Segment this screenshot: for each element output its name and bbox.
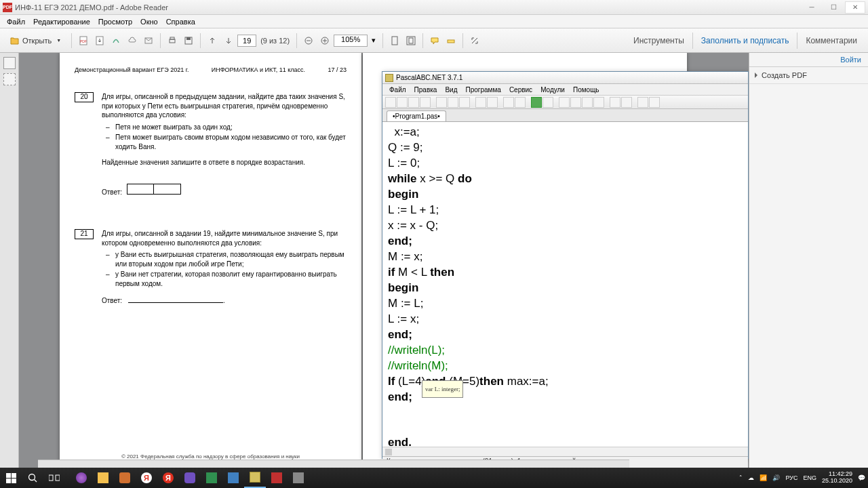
ide-tb-d[interactable] <box>593 97 604 108</box>
page-number-input[interactable] <box>237 35 256 47</box>
create-pdf-icon[interactable]: PDF <box>76 33 91 48</box>
tray-network-icon[interactable]: 📶 <box>760 474 767 481</box>
tray-cloud-icon[interactable]: ☁ <box>748 474 754 481</box>
task21-bullet1: у Вани есть выигрышная стратегия, позвол… <box>115 250 347 268</box>
search-button[interactable] <box>22 468 43 488</box>
ide-save-icon[interactable] <box>408 97 419 108</box>
taskbar-pascal[interactable] <box>244 468 266 488</box>
ide-tb-g[interactable] <box>637 97 648 108</box>
ide-menu-program[interactable]: Программа <box>461 85 505 94</box>
tray-chevron-up-icon[interactable]: ˄ <box>739 474 743 481</box>
tray-notifications-icon[interactable]: 💬 <box>858 474 865 481</box>
tray-lang2[interactable]: ENG <box>803 474 816 481</box>
tray-volume-icon[interactable]: 🔊 <box>772 474 780 481</box>
ide-paste-icon[interactable] <box>459 97 470 108</box>
ide-code-editor[interactable]: x:=a; Q := 9; L := 0; while x >= Q do be… <box>382 122 748 447</box>
zoom-out-button[interactable] <box>301 33 316 48</box>
ide-menu-edit[interactable]: Правка <box>410 85 441 94</box>
taskbar-viber[interactable] <box>179 468 201 488</box>
minimize-button[interactable]: ─ <box>802 1 822 14</box>
taskview-button[interactable] <box>43 468 65 488</box>
taskbar-app-3[interactable] <box>114 468 136 488</box>
ide-saveall-icon[interactable] <box>420 97 431 108</box>
signin-link[interactable]: Войти <box>749 53 868 67</box>
comments-button[interactable]: Комментарии <box>799 33 864 48</box>
ide-menu-view[interactable]: Вид <box>441 85 461 94</box>
answer-box-2 <box>154 184 181 195</box>
task20-text: Для игры, описанной в предыдущем задании… <box>102 92 347 120</box>
ide-titlebar[interactable]: PascalABC.NET 3.7.1 <box>382 72 748 84</box>
ide-menu-service[interactable]: Сервис <box>505 85 536 94</box>
ide-tb-h[interactable] <box>649 97 660 108</box>
copyright-left: © 2021 Федеральная служба по надзору в с… <box>60 453 361 460</box>
cloud-icon[interactable] <box>125 33 140 48</box>
export-icon[interactable] <box>92 33 107 48</box>
ide-cut-icon[interactable] <box>436 97 447 108</box>
email-icon[interactable] <box>141 33 156 48</box>
taskbar-app-11[interactable] <box>288 468 309 488</box>
create-pdf-row[interactable]: Создать PDF <box>749 67 868 84</box>
ide-redo-icon[interactable] <box>487 97 498 108</box>
fit-page-icon[interactable] <box>403 33 418 48</box>
taskbar-explorer[interactable] <box>92 468 114 488</box>
open-button[interactable]: Открыть ▼ <box>4 33 67 48</box>
ide-nav2-icon[interactable] <box>515 97 526 108</box>
ide-tb-f[interactable] <box>621 97 632 108</box>
ide-undo-icon[interactable] <box>475 97 486 108</box>
close-button[interactable]: ✕ <box>845 1 865 14</box>
menu-view[interactable]: Просмотр <box>94 16 136 27</box>
highlight-icon[interactable] <box>443 33 458 48</box>
zoom-dropdown-icon[interactable]: ▾ <box>369 33 378 48</box>
ide-menu-help[interactable]: Помощь <box>569 85 604 94</box>
comment-bubble-icon[interactable] <box>427 33 442 48</box>
taskbar-yandex1[interactable]: Я <box>136 468 157 488</box>
menu-window[interactable]: Окно <box>136 16 162 27</box>
maximize-button[interactable]: ☐ <box>823 1 844 14</box>
expand-icon[interactable] <box>467 33 482 48</box>
start-button[interactable] <box>0 468 22 488</box>
tools-button[interactable]: Инструменты <box>627 33 691 48</box>
sign-icon[interactable] <box>108 33 123 48</box>
ide-nav1-icon[interactable] <box>503 97 514 108</box>
pdf-viewport[interactable]: Демонстрационный вариант ЕГЭ 2021 г. ИНФ… <box>19 53 749 468</box>
fill-sign-button[interactable]: Заполнить и подписать <box>694 33 796 48</box>
print-icon[interactable] <box>165 33 180 48</box>
ide-tb-c[interactable] <box>582 97 593 108</box>
taskbar-yandex2[interactable]: Я <box>157 468 179 488</box>
menu-edit[interactable]: Редактирование <box>29 16 94 27</box>
ide-tab-program1[interactable]: •Program1.pas• <box>387 110 446 121</box>
ide-tb-a[interactable] <box>559 97 570 108</box>
next-page-button[interactable] <box>221 33 236 48</box>
menu-help[interactable]: Справка <box>162 16 199 27</box>
adobe-menubar: Файл Редактирование Просмотр Окно Справк… <box>0 15 868 28</box>
ide-copy-icon[interactable] <box>448 97 458 108</box>
system-tray[interactable]: ˄ ☁ 📶 🔊 РУС ENG 11:42:29 25.10.2020 💬 <box>739 471 868 485</box>
tray-lang1[interactable]: РУС <box>785 474 797 481</box>
adobe-right-panel: Войти Создать PDF <box>749 53 868 468</box>
ide-open-icon[interactable] <box>397 97 408 108</box>
svg-rect-15 <box>49 475 53 481</box>
tray-clock[interactable]: 11:42:29 25.10.2020 <box>822 471 852 485</box>
single-page-icon[interactable] <box>387 33 402 48</box>
ide-tb-e[interactable] <box>610 97 620 108</box>
thumbnails-icon[interactable] <box>3 57 16 69</box>
save-icon[interactable] <box>181 33 196 48</box>
zoom-select[interactable]: 105% <box>334 35 368 47</box>
zoom-in-button[interactable] <box>317 33 332 48</box>
attachments-icon[interactable] <box>3 73 16 85</box>
adobe-hscrollbar[interactable] <box>38 460 629 468</box>
ide-stop-icon[interactable] <box>542 97 553 108</box>
ide-tabstrip: •Program1.pas• <box>382 109 748 122</box>
ide-hscrollbar[interactable] <box>382 447 748 456</box>
ide-menu-modules[interactable]: Модули <box>536 85 569 94</box>
menu-file[interactable]: Файл <box>3 16 29 27</box>
taskbar-app-7[interactable] <box>201 468 222 488</box>
ide-menu-file[interactable]: Файл <box>385 85 410 94</box>
ide-run-icon[interactable] <box>531 97 542 108</box>
taskbar-app-8[interactable] <box>222 468 244 488</box>
taskbar-app-1[interactable] <box>71 468 92 488</box>
ide-tb-b[interactable] <box>570 97 581 108</box>
prev-page-button[interactable] <box>205 33 220 48</box>
taskbar-app-10[interactable] <box>266 468 288 488</box>
ide-new-icon[interactable] <box>385 97 396 108</box>
